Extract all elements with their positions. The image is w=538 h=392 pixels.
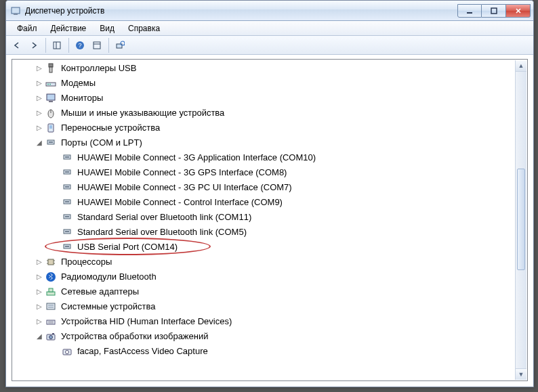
app-icon xyxy=(10,5,21,16)
tree-category[interactable]: ▷ Устройства HID (Human Interface Device… xyxy=(12,314,527,329)
cpu-icon xyxy=(45,257,57,267)
tree-item-label: HUAWEI Mobile Connect - 3G GPS Interface… xyxy=(76,165,288,180)
expand-icon[interactable]: ▷ xyxy=(34,314,45,329)
svg-rect-3 xyxy=(491,8,497,14)
tree-item-label: HUAWEI Mobile Connect - Control Interfac… xyxy=(76,195,284,210)
maximize-button[interactable] xyxy=(482,4,506,18)
svg-rect-58 xyxy=(48,259,54,265)
window-controls xyxy=(457,4,531,18)
expand-icon[interactable]: ▷ xyxy=(34,255,45,269)
close-button[interactable] xyxy=(506,4,531,18)
portable-icon xyxy=(45,123,57,133)
tree-category[interactable]: ▷ Системные устройства xyxy=(12,299,527,314)
expand-icon[interactable]: ▷ xyxy=(34,106,45,121)
tree-category[interactable]: ▷ Модемы xyxy=(12,76,527,91)
usb-icon xyxy=(45,63,57,74)
menu-help[interactable]: Справка xyxy=(121,22,167,35)
tree-item-label: HUAWEI Mobile Connect - 3G Application I… xyxy=(76,150,317,165)
svg-point-32 xyxy=(66,156,68,158)
tree-category[interactable]: ▷ Контроллеры USB xyxy=(12,61,527,76)
scan-hardware-button[interactable] xyxy=(112,37,128,53)
minimize-button[interactable] xyxy=(457,4,482,18)
tree-item-label: Мониторы xyxy=(60,91,104,106)
svg-rect-16 xyxy=(49,67,52,72)
port-icon xyxy=(61,152,73,163)
tree-item-label: Устройства обработки изображений xyxy=(60,329,210,344)
tree-item-label: Контроллеры USB xyxy=(60,61,138,76)
svg-point-44 xyxy=(66,201,68,202)
port-icon xyxy=(61,197,73,208)
svg-point-37 xyxy=(68,171,69,173)
port-icon xyxy=(61,212,73,223)
svg-point-33 xyxy=(68,156,69,158)
menu-view[interactable]: Вид xyxy=(93,22,121,35)
properties-button[interactable] xyxy=(89,37,105,53)
svg-point-41 xyxy=(68,186,69,188)
svg-point-36 xyxy=(66,171,68,173)
device-tree[interactable]: ▷ Контроллеры USB ▷ Модемы ▷ Мониторы ▷ … xyxy=(12,60,527,380)
expand-icon[interactable]: ▷ xyxy=(34,299,45,314)
tree-item[interactable]: HUAWEI Mobile Connect - 3G PC UI Interfa… xyxy=(12,180,527,195)
expand-icon[interactable]: ▷ xyxy=(34,121,45,135)
titlebar[interactable]: Диспетчер устройств xyxy=(6,1,533,21)
menu-action[interactable]: Действие xyxy=(44,22,94,35)
svg-rect-1 xyxy=(14,14,18,15)
scroll-down-arrow-icon[interactable]: ▼ xyxy=(516,368,526,380)
mouse-icon xyxy=(45,108,57,118)
tree-item-label: Процессоры xyxy=(60,255,113,269)
tree-item-label: Системные устройства xyxy=(60,299,157,314)
monitor-icon xyxy=(45,93,57,104)
tree-item-label: Радиомодули Bluetooth xyxy=(60,269,158,284)
back-button[interactable] xyxy=(9,37,25,53)
port-icon xyxy=(61,167,73,178)
tree-item-label: Устройства HID (Human Interface Devices) xyxy=(60,314,233,329)
expand-icon[interactable]: ▷ xyxy=(34,76,45,91)
tree-category[interactable]: ◢ Порты (COM и LPT) xyxy=(12,135,527,150)
tree-item-label: facap, FastAccess Video Capture xyxy=(76,344,209,359)
tree-item[interactable]: facap, FastAccess Video Capture xyxy=(12,344,527,359)
tree-item-label: Модемы xyxy=(60,76,97,91)
scroll-thumb[interactable] xyxy=(517,169,525,270)
svg-rect-25 xyxy=(49,125,52,129)
tree-item[interactable]: HUAWEI Mobile Connect - 3G Application I… xyxy=(12,150,527,165)
svg-point-19 xyxy=(49,84,51,85)
vertical-scrollbar[interactable]: ▲ ▼ xyxy=(515,60,526,380)
collapse-icon[interactable]: ◢ xyxy=(34,329,45,344)
forward-button[interactable] xyxy=(26,37,42,53)
tree-category[interactable]: ▷ Сетевые адаптеры xyxy=(12,284,527,299)
tree-category[interactable]: ▷ Мыши и иные указывающие устройства xyxy=(12,106,527,121)
svg-point-45 xyxy=(68,201,69,202)
tree-category[interactable]: ▷ Процессоры xyxy=(12,255,527,269)
tree-item[interactable]: Standard Serial over Bluetooth link (COM… xyxy=(12,225,527,240)
modem-icon xyxy=(45,78,57,89)
hid-icon xyxy=(45,316,57,327)
svg-rect-69 xyxy=(48,307,54,308)
svg-point-51 xyxy=(65,231,66,232)
svg-rect-64 xyxy=(47,292,55,295)
expand-icon[interactable]: ▷ xyxy=(34,61,45,76)
menu-file[interactable]: Файл xyxy=(10,22,44,35)
tree-category[interactable]: ▷ Радиомодули Bluetooth xyxy=(12,269,527,284)
cam-icon xyxy=(61,346,73,357)
expand-icon[interactable]: ▷ xyxy=(34,91,45,106)
tree-category[interactable]: ▷ Мониторы xyxy=(12,91,527,106)
svg-line-14 xyxy=(124,45,125,45)
svg-point-40 xyxy=(66,186,68,188)
toolbar: ? xyxy=(6,36,533,55)
collapse-icon[interactable]: ◢ xyxy=(34,135,45,150)
tree-item[interactable]: Standard Serial over Bluetooth link (COM… xyxy=(12,210,527,225)
toolbar-separator xyxy=(68,38,69,53)
svg-rect-0 xyxy=(12,7,20,14)
tree-item[interactable]: HUAWEI Mobile Connect - 3G GPS Interface… xyxy=(12,165,527,180)
tree-category[interactable]: ◢ Устройства обработки изображений xyxy=(12,329,527,344)
tree-item[interactable]: HUAWEI Mobile Connect - Control Interfac… xyxy=(12,195,527,210)
expand-icon[interactable]: ▷ xyxy=(34,269,45,284)
tree-category[interactable]: ▷ Переносные устройства xyxy=(12,121,527,135)
scroll-up-arrow-icon[interactable]: ▲ xyxy=(516,60,526,72)
help-button[interactable]: ? xyxy=(72,37,88,53)
svg-rect-10 xyxy=(94,42,100,49)
expand-icon[interactable]: ▷ xyxy=(34,284,45,299)
show-hide-tree-button[interactable] xyxy=(49,37,65,53)
tree-item-label: HUAWEI Mobile Connect - 3G PC UI Interfa… xyxy=(76,180,293,195)
svg-point-47 xyxy=(65,216,66,217)
